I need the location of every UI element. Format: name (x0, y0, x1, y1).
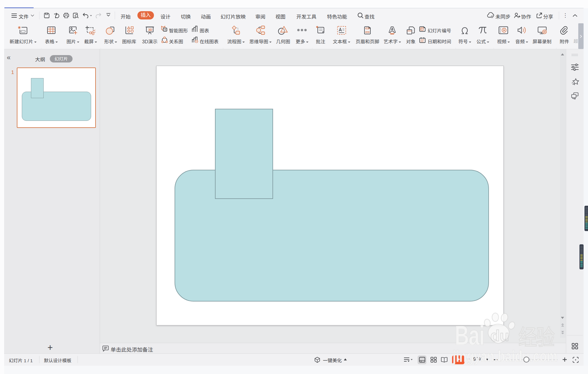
svg-text:3D: 3D (148, 28, 152, 32)
svg-text:#: # (421, 27, 423, 30)
